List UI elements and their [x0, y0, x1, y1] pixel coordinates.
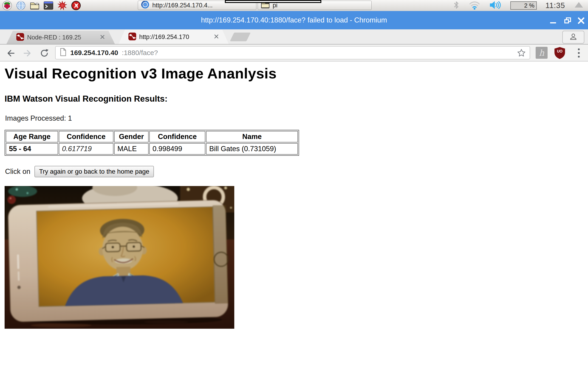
click-on-row: Click on Try again or go back to the hom… [5, 166, 588, 177]
header-age-range: Age Range [6, 131, 58, 142]
cell-confidence-gender: 0.998499 [149, 143, 205, 155]
file-manager-icon[interactable] [30, 1, 40, 10]
table-row: 55 - 64 0.617719 MALE 0.998499 Bill Gate… [6, 143, 298, 155]
minimize-button[interactable] [548, 16, 558, 26]
system-tray: 2 % 11:35 [453, 0, 584, 11]
table-header-row: Age Range Confidence Gender Confidence N… [6, 131, 298, 142]
web-page: Visual Recognition v3 Image Ananlysis IB… [0, 61, 588, 367]
images-processed-text: Images Processed: 1 [5, 114, 588, 123]
battery-percent-label: 2 % [524, 2, 535, 9]
background-window-edge[interactable] [225, 0, 321, 3]
header-confidence-gender: Confidence [149, 131, 205, 142]
desktop: http://169.254.170.4... pi [0, 0, 588, 367]
ublock-origin-icon[interactable]: UO [553, 46, 566, 60]
header-gender: Gender [114, 131, 149, 142]
cell-name: Bill Gates (0.731059) [206, 143, 298, 155]
bluetooth-icon[interactable] [453, 0, 460, 10]
results-table: Age Range Confidence Gender Confidence N… [5, 130, 299, 156]
header-confidence-age: Confidence [59, 131, 113, 142]
cpu-battery-monitor[interactable]: 2 % [510, 1, 537, 10]
cell-age-range: 55 - 64 [6, 143, 58, 155]
results-subtitle: IBM Watson Visual Recognition Results: [5, 94, 588, 104]
tab-close-icon[interactable] [100, 34, 105, 41]
url-path: :1880/face? [122, 49, 158, 57]
bookmark-star-icon[interactable] [517, 49, 526, 57]
forward-button[interactable] [23, 48, 33, 58]
menu-dots-icon[interactable] [574, 47, 584, 59]
chromium-icon [141, 1, 149, 10]
svg-text:UO: UO [557, 49, 562, 53]
terminal-icon[interactable] [44, 1, 53, 10]
window-title: http://169.254.170.40:1880/face? failed … [201, 16, 387, 24]
node-red-favicon [16, 33, 24, 42]
clock: 11:35 [545, 1, 565, 10]
tab-strip: Node-RED : 169.25 http://169.254.170 [0, 29, 588, 44]
cell-confidence-age: 0.617719 [59, 143, 113, 155]
profile-button[interactable] [562, 31, 584, 44]
raspberry-menu-icon[interactable] [2, 1, 12, 10]
click-on-label: Click on [5, 167, 30, 176]
eject-icon[interactable] [574, 1, 584, 10]
try-again-button[interactable]: Try again or go back to the home page [35, 166, 154, 177]
wolfram-icon[interactable] [71, 1, 81, 10]
close-button[interactable] [576, 16, 586, 26]
extension-h-icon[interactable]: h [536, 47, 548, 59]
result-photo [5, 186, 234, 329]
new-tab-button[interactable] [230, 33, 251, 41]
photo-scene [5, 186, 234, 329]
extension-h-glyph: h [539, 48, 544, 58]
restore-button[interactable] [563, 16, 573, 26]
tab-face-page[interactable]: http://169.254.170 [119, 30, 229, 44]
browser-toolbar: 169.254.170.40 :1880/face? h UO [0, 44, 588, 61]
mathematica-icon[interactable] [57, 1, 67, 10]
node-red-favicon [128, 32, 137, 42]
header-name: Name [206, 131, 298, 142]
web-browser-icon[interactable] [16, 1, 26, 10]
page-title: Visual Recognition v3 Image Ananlysis [5, 65, 588, 82]
tab-close-icon[interactable] [214, 34, 219, 40]
cell-gender: MALE [114, 143, 149, 155]
url-host: 169.254.170.40 [70, 49, 118, 57]
tab-node-red[interactable]: Node-RED : 169.25 [6, 31, 115, 44]
wifi-icon[interactable] [468, 0, 481, 11]
person-icon [569, 33, 578, 42]
address-bar[interactable]: 169.254.170.40 :1880/face? [55, 46, 530, 59]
page-icon [60, 48, 67, 58]
taskbar-window-label: http://169.254.170.4... [152, 2, 213, 9]
chromium-titlebar[interactable]: http://169.254.170.40:1880/face? failed … [0, 11, 588, 29]
tab-label: http://169.254.170 [139, 33, 211, 41]
volume-icon[interactable] [489, 0, 502, 10]
back-button[interactable] [6, 48, 16, 58]
launcher-area [2, 1, 81, 10]
tab-label: Node-RED : 169.25 [27, 34, 97, 41]
reload-button[interactable] [40, 48, 50, 58]
